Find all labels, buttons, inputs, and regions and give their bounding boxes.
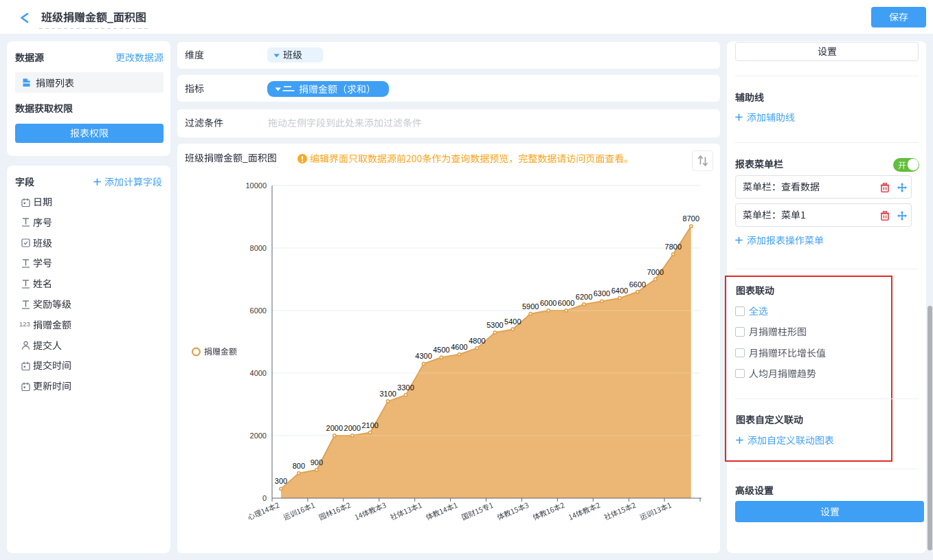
svg-text:300: 300 — [275, 477, 287, 485]
svg-text:8700: 8700 — [683, 214, 699, 223]
svg-text:4300: 4300 — [415, 352, 431, 360]
svg-text:4600: 4600 — [451, 343, 467, 351]
svg-text:123: 123 — [19, 320, 30, 328]
svg-text:4800: 4800 — [469, 337, 485, 345]
svg-text:2100: 2100 — [361, 421, 378, 429]
svg-text:3100: 3100 — [379, 390, 396, 398]
svg-text:5900: 5900 — [522, 302, 539, 311]
svg-text:4000: 4000 — [250, 369, 267, 377]
svg-text:4500: 4500 — [433, 346, 449, 354]
svg-text:900: 900 — [311, 458, 323, 467]
svg-text:7000: 7000 — [647, 268, 664, 276]
svg-text:6600: 6600 — [629, 280, 646, 289]
svg-text:8000: 8000 — [250, 244, 267, 252]
svg-text:10000: 10000 — [245, 181, 267, 190]
svg-text:3300: 3300 — [397, 383, 414, 392]
svg-text:6000: 6000 — [558, 299, 574, 307]
svg-text:0: 0 — [262, 494, 267, 502]
svg-text:6000: 6000 — [250, 306, 267, 315]
svg-text:6200: 6200 — [576, 293, 592, 301]
svg-text:5400: 5400 — [504, 317, 521, 326]
svg-text:7800: 7800 — [665, 243, 682, 251]
svg-text:2000: 2000 — [344, 424, 361, 432]
svg-text:6300: 6300 — [594, 289, 610, 298]
svg-text:2000: 2000 — [326, 424, 343, 432]
svg-text:5300: 5300 — [486, 321, 503, 329]
svg-text:6400: 6400 — [611, 287, 628, 295]
svg-text:800: 800 — [293, 462, 305, 470]
svg-text:2000: 2000 — [250, 432, 267, 440]
svg-text:6000: 6000 — [540, 299, 557, 307]
